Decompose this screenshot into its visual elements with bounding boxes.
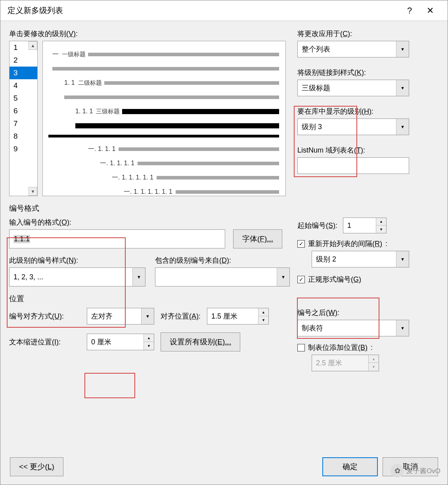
follow-number-label: 编号之后(W): <box>297 308 439 317</box>
start-at-label: 起始编号(S): <box>297 221 337 230</box>
help-icon[interactable]: ? <box>399 0 420 21</box>
show-gallery-combo[interactable]: 级别 3▼ <box>297 118 409 135</box>
close-icon[interactable]: ✕ <box>420 0 440 21</box>
chevron-down-icon: ▼ <box>396 80 409 96</box>
listnum-input[interactable] <box>297 157 409 174</box>
follow-number-combo[interactable]: 制表符▼ <box>297 320 409 336</box>
set-all-levels-button[interactable]: 设置所有级别(E)... <box>161 332 240 351</box>
include-level-label: 包含的级别编号来自(D): <box>155 256 290 265</box>
spinner-up-icon[interactable]: ▲ <box>144 334 154 342</box>
chevron-down-icon: ▼ <box>396 251 409 267</box>
aligned-at-spinner[interactable]: 1.5 厘米 ▲ ▼ <box>207 308 269 325</box>
aligned-at-label: 对齐位置(A): <box>161 311 201 321</box>
spinner-up-icon[interactable]: ▲ <box>376 218 386 225</box>
click-level-label: 单击要修改的级别(V): <box>9 29 289 38</box>
spinner-up-icon: ▲ <box>368 355 379 363</box>
text-indent-spinner[interactable]: 0 厘米 ▲ ▼ <box>87 334 154 350</box>
spinner-up-icon[interactable]: ▲ <box>258 308 268 316</box>
apply-to-combo[interactable]: 整个列表▼ <box>297 41 409 57</box>
dialog-title: 定义新多级列表 <box>8 5 399 16</box>
font-button[interactable]: 字体(F)... <box>233 229 282 248</box>
level-item[interactable]: 6 <box>10 105 37 117</box>
restart-after-combo[interactable]: 级别 2▼ <box>312 251 409 267</box>
chevron-down-icon: ▼ <box>277 268 289 286</box>
number-format-section-title: 编号格式 <box>9 203 439 214</box>
start-at-spinner[interactable]: 1 ▲ ▼ <box>343 218 387 233</box>
checkbox-icon: ✓ <box>297 276 305 283</box>
restart-after-checkbox[interactable]: ✓ 重新开始列表的间隔(R): <box>297 239 439 248</box>
level-item[interactable]: 8 <box>10 130 37 143</box>
level-item[interactable]: 5 <box>10 92 37 105</box>
chevron-down-icon: ▼ <box>141 308 154 324</box>
level-list[interactable]: ▲ 123456789 ▼ <box>9 41 38 196</box>
listnum-label: ListNum 域列表名(T): <box>297 145 439 155</box>
chevron-down-icon: ▼ <box>132 268 145 286</box>
include-level-combo[interactable]: ▼ <box>155 267 290 286</box>
add-tab-stop-checkbox[interactable]: 制表位添加位置(B): <box>297 343 439 352</box>
wechat-icon: ✿ <box>391 464 404 477</box>
chevron-down-icon: ▼ <box>396 320 409 336</box>
less-button[interactable]: << 更少(L) <box>10 457 63 476</box>
scroll-up-icon[interactable]: ▲ <box>29 41 37 50</box>
apply-to-label: 将更改应用于(C): <box>297 29 439 38</box>
dialog-define-multilevel-list: 定义新多级列表 ? ✕ 单击要修改的级别(V): ▲ 123456789 ▼ 一… <box>0 0 448 485</box>
chevron-down-icon: ▼ <box>396 41 409 57</box>
legal-format-checkbox[interactable]: ✓ 正规形式编号(G) <box>297 275 439 284</box>
spinner-down-icon: ▼ <box>368 363 379 371</box>
level-item[interactable]: 4 <box>10 79 37 92</box>
show-gallery-label: 要在库中显示的级别(H): <box>297 107 439 116</box>
link-style-label: 将级别链接到样式(K): <box>297 68 439 77</box>
enter-format-label: 输入编号的格式(O): <box>9 218 289 227</box>
number-alignment-label: 编号对齐方式(U): <box>9 311 80 321</box>
spinner-down-icon[interactable]: ▼ <box>144 342 154 350</box>
titlebar: 定义新多级列表 ? ✕ <box>0 0 448 21</box>
chevron-down-icon: ▼ <box>396 119 409 135</box>
level-item[interactable]: 2 <box>10 54 37 67</box>
number-style-combo[interactable]: 1, 2, 3, ...▼ <box>9 267 146 286</box>
list-preview: 一一级标题1. 1二级标题1. 1. 1三级标题 一. 1. 1. 1一. 1.… <box>42 41 286 196</box>
scroll-down-icon[interactable]: ▼ <box>29 187 37 196</box>
add-tab-stop-spinner: 2.5 厘米 ▲ ▼ <box>312 355 379 371</box>
ok-button[interactable]: 确定 <box>322 457 378 476</box>
number-format-input[interactable]: 1.1.1 <box>9 229 225 248</box>
watermark: ✿ 麦子酱OvO <box>391 464 440 477</box>
checkbox-icon: ✓ <box>297 240 305 248</box>
annotation-box <box>84 373 135 398</box>
level-item[interactable]: 9 <box>10 143 37 155</box>
checkbox-icon <box>297 344 305 351</box>
link-style-combo[interactable]: 三级标题▼ <box>297 80 409 96</box>
level-item[interactable]: 3 <box>10 67 37 79</box>
text-indent-label: 文本缩进位置(I): <box>9 337 80 347</box>
number-alignment-combo[interactable]: 左对齐▼ <box>87 308 154 325</box>
position-section-title: 位置 <box>9 294 439 304</box>
level-item[interactable]: 7 <box>10 117 37 130</box>
spinner-down-icon[interactable]: ▼ <box>258 316 268 324</box>
number-style-label: 此级别的编号样式(N): <box>9 256 146 265</box>
spinner-down-icon[interactable]: ▼ <box>376 225 386 233</box>
